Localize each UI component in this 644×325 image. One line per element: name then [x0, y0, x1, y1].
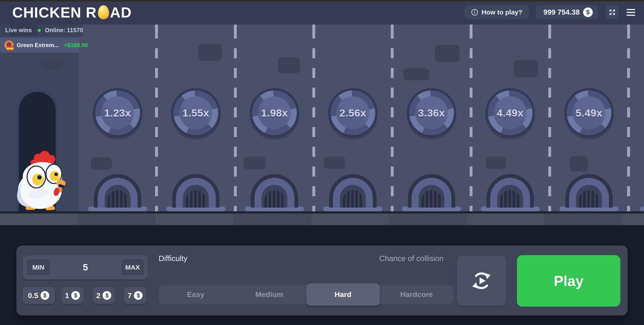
topbar-actions: How to play? 999 754.38 $ — [464, 0, 636, 24]
drain-grate — [94, 174, 141, 208]
multiplier-pad-4: 2.56x — [328, 88, 378, 138]
avatar — [4, 40, 14, 50]
road-patch — [570, 156, 588, 172]
road-patch — [486, 156, 506, 169]
road-patch — [324, 156, 345, 169]
road-patch — [403, 68, 429, 80]
road-patch — [435, 45, 460, 62]
multiplier-pad-1: 1.23x — [93, 88, 142, 138]
lane-divider — [548, 24, 551, 211]
multiplier-pad-2: 1.55x — [171, 88, 220, 138]
tab-hardcore[interactable]: Hardcore — [380, 285, 454, 304]
mode-switch-button[interactable] — [457, 256, 506, 306]
road-patch — [244, 156, 266, 169]
multiplier-pad-7: 5.49x — [564, 88, 614, 138]
drain-grate — [172, 174, 220, 208]
expand-icon — [608, 8, 616, 16]
fullscreen-button[interactable] — [606, 6, 619, 19]
lane-divider — [234, 24, 237, 211]
currency-coin-icon: $ — [102, 291, 111, 300]
chicken-character — [16, 149, 69, 211]
live-win-entry: Green Extrem... +$168.00 — [0, 38, 79, 52]
tab-hard[interactable]: Hard — [306, 284, 380, 306]
lane-divider — [391, 24, 394, 211]
chance-of-collision-label: Chance of collision — [379, 254, 444, 263]
currency-coin-icon: $ — [40, 291, 49, 300]
road-curb — [0, 211, 644, 214]
multiplier-value: 3.36x — [418, 107, 445, 119]
panel-labels: Difficulty Chance of collision — [158, 254, 444, 263]
quick-bet-0.5-button[interactable]: 0.5 $ — [22, 287, 54, 304]
game-field: 1.23x 1.55x 1.98x 2.56x 3.36x 4.49x 5.49… — [0, 24, 644, 211]
online-status-dot — [38, 29, 41, 32]
logo-text-left: CHICKEN R — [12, 4, 97, 21]
how-to-play-label: How to play? — [482, 8, 522, 16]
cycle-play-icon — [470, 269, 494, 293]
multiplier-pad-6: 4.49x — [486, 88, 535, 138]
difficulty-tabs: Easy Medium Hard Hardcore — [159, 285, 454, 304]
chip-label: 2 — [96, 291, 100, 300]
chip-label: 1 — [65, 291, 69, 300]
multiplier-value: 1.23x — [104, 107, 131, 119]
menu-button[interactable] — [626, 8, 636, 17]
gutter-strip — [0, 214, 644, 225]
drain-grate — [408, 174, 455, 208]
winner-name: Green Extrem... — [17, 42, 59, 48]
road-patch — [278, 58, 300, 73]
multiplier-value: 4.49x — [497, 107, 524, 119]
live-wins-tab-label[interactable]: Live wins — [5, 24, 32, 36]
app-logo: CHICKEN RAD — [12, 0, 132, 24]
control-panel: MIN 5 MAX 0.5 $ 1 $ 2 $ 7 $ Difficulty C… — [16, 246, 628, 315]
drain-grate — [486, 174, 534, 208]
play-button[interactable]: Play — [517, 255, 620, 306]
currency-coin-icon: $ — [583, 8, 593, 17]
quick-bet-1-button[interactable]: 1 $ — [62, 287, 84, 304]
chip-label: 0.5 — [28, 291, 38, 300]
lane-divider — [470, 24, 472, 211]
top-bar: CHICKEN RAD How to play? 999 754.38 $ — [0, 0, 644, 24]
multiplier-value: 1.98x — [261, 107, 288, 119]
info-icon — [471, 8, 478, 16]
spain-flag-icon — [6, 46, 14, 51]
how-to-play-button[interactable]: How to play? — [464, 5, 529, 19]
road-patch — [91, 157, 112, 170]
bet-amount-box: MIN 5 MAX — [23, 255, 148, 280]
chip-label: 7 — [128, 291, 132, 300]
online-count: Online: 11570 — [45, 24, 83, 36]
multiplier-value: 2.56x — [340, 107, 366, 119]
multiplier-pad-5: 3.36x — [407, 88, 456, 138]
road-patch — [514, 60, 538, 77]
road-patch — [198, 44, 222, 61]
quick-bet-7-button[interactable]: 7 $ — [124, 287, 146, 304]
road-patch — [41, 58, 63, 70]
balance-display: 999 754.38 $ — [536, 5, 598, 19]
lane-divider — [155, 24, 158, 211]
drain-grate — [565, 174, 613, 208]
win-amount: +$168.00 — [64, 42, 88, 48]
logo-text-right: AD — [110, 4, 132, 21]
currency-coin-icon: $ — [134, 291, 142, 300]
tab-medium[interactable]: Medium — [232, 285, 306, 304]
multiplier-value: 1.55x — [182, 107, 210, 119]
drain-grate — [329, 174, 376, 208]
tab-easy[interactable]: Easy — [159, 285, 232, 304]
egg-icon — [98, 5, 109, 19]
window-top-edge — [0, 0, 644, 2]
max-bet-button[interactable]: MAX — [122, 260, 144, 275]
grate-ledge — [640, 206, 644, 211]
multiplier-value: 5.49x — [576, 107, 602, 119]
bet-value-field[interactable]: 5 — [52, 255, 120, 280]
quick-bet-2-button[interactable]: 2 $ — [93, 287, 115, 304]
multiplier-pad-3: 1.98x — [250, 88, 299, 138]
min-bet-button[interactable]: MIN — [28, 260, 49, 275]
currency-coin-icon: $ — [71, 291, 80, 300]
chicken-road-app: CHICKEN RAD How to play? 999 754.38 $ — [0, 0, 644, 325]
difficulty-label: Difficulty — [158, 254, 188, 263]
drain-grate — [251, 174, 298, 208]
lane-divider — [312, 24, 315, 211]
lane-divider — [627, 24, 630, 211]
balance-value: 999 754.38 — [544, 8, 580, 16]
